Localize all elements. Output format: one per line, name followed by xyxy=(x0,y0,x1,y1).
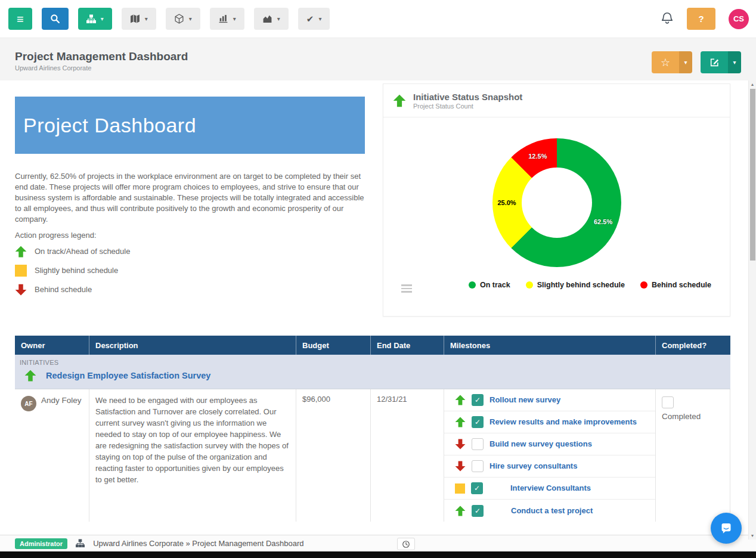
search-button[interactable] xyxy=(42,8,69,30)
initiatives-section-row: INITIATIVES Redesign Employee Satisfacti… xyxy=(15,355,730,389)
milestone-link[interactable]: Conduct a test project xyxy=(511,506,593,516)
milestone-link[interactable]: Build new survey questions xyxy=(489,439,592,449)
column-header-owner[interactable]: Owner xyxy=(15,336,89,355)
checkbox-checked[interactable]: ✓ xyxy=(471,482,483,494)
area-chart-button[interactable]: ▾ xyxy=(254,8,289,30)
column-header-budget[interactable]: Budget xyxy=(296,336,371,355)
cube-icon xyxy=(174,14,184,24)
slice-value-label: 12.5% xyxy=(528,153,547,160)
scroll-down-arrow[interactable]: ▼ xyxy=(749,534,756,538)
milestone-row: ✓Rollout new survey xyxy=(444,389,655,411)
chart-subtitle: Project Status Count xyxy=(413,103,522,110)
page-actions: ☆ ▾ ▾ xyxy=(652,51,741,73)
legend-item-label: On track/Ahead of schedule xyxy=(35,247,130,256)
dropdown-caret-icon: ▾ xyxy=(277,16,280,22)
initiative-link[interactable]: Redesign Employee Satisfaction Survey xyxy=(46,371,210,380)
yellow-square-icon xyxy=(15,265,27,277)
search-icon xyxy=(50,14,60,24)
legend-item-label: Behind schedule xyxy=(35,285,92,294)
column-header-end-date[interactable]: End Date xyxy=(371,336,444,355)
milestone-row: ✓Conduct a test project xyxy=(444,500,655,522)
chart-menu-icon[interactable] xyxy=(401,284,412,293)
legend-dot-icon xyxy=(526,281,533,289)
checkbox-checked[interactable]: ✓ xyxy=(472,394,484,406)
checkbox-unchecked[interactable] xyxy=(472,438,484,450)
table-row: AF Andy Foley We need to be engaged with… xyxy=(15,389,730,522)
chart-header: Initiative Status Snapshot Project Statu… xyxy=(383,84,730,117)
projects-table: OwnerDescriptionBudgetEnd DateMilestones… xyxy=(15,336,730,522)
map-button[interactable]: ▾ xyxy=(122,8,156,30)
checkbox-checked[interactable]: ✓ xyxy=(472,505,484,517)
star-icon[interactable]: ☆ xyxy=(652,51,679,73)
up-arrow-icon xyxy=(393,94,406,107)
breadcrumb: Upward Airlines Corporate » Project Mana… xyxy=(93,539,303,548)
check-button[interactable]: ✔▾ xyxy=(298,8,330,30)
column-header-milestones[interactable]: Milestones xyxy=(444,336,656,355)
edit-icon[interactable] xyxy=(701,51,728,73)
legend-dot-icon xyxy=(640,281,647,289)
help-button[interactable]: ? xyxy=(687,8,715,30)
chart-legend-label: Slightly behind schedule xyxy=(537,281,625,289)
vertical-scrollbar[interactable]: ▲ ▼ xyxy=(748,80,756,540)
yellow-square-icon xyxy=(455,483,465,494)
intro-paragraph: Currently, 62.50% of projects in the wor… xyxy=(15,171,368,225)
checkbox-unchecked[interactable] xyxy=(662,396,674,408)
up-arrow-icon xyxy=(455,395,466,405)
area-chart-icon xyxy=(262,14,272,24)
column-header-completed[interactable]: Completed? xyxy=(656,336,730,355)
chat-launcher[interactable] xyxy=(711,513,742,544)
up-arrow-icon xyxy=(24,370,36,382)
milestone-link[interactable]: Review results and make improvements xyxy=(489,417,637,427)
legend-item: On track/Ahead of schedule xyxy=(15,245,130,258)
milestone-link[interactable]: Interview Consultants xyxy=(510,483,591,493)
owner-name: Andy Foley xyxy=(41,395,82,406)
bottom-black-strip xyxy=(0,551,756,558)
milestone-link[interactable]: Hire survey consultants xyxy=(489,461,577,471)
notifications-bell-icon[interactable] xyxy=(661,11,674,27)
dropdown-caret-icon: ▾ xyxy=(233,16,236,22)
slice-value-label: 62.5% xyxy=(594,218,612,225)
completed-label: Completed xyxy=(662,412,724,421)
edit-split-button[interactable]: ▾ xyxy=(701,51,741,73)
legend-item: Behind schedule xyxy=(15,283,130,296)
banner-title: Project Dashboard xyxy=(23,114,196,137)
chart-legend-item[interactable]: Behind schedule xyxy=(640,281,711,289)
chart-legend-item[interactable]: On track xyxy=(469,281,510,289)
dropdown-caret-icon: ▾ xyxy=(101,16,104,22)
scrollbar-thumb[interactable] xyxy=(750,89,755,261)
favorite-split-button[interactable]: ☆ ▾ xyxy=(652,51,692,73)
bar-chart-icon xyxy=(218,14,228,24)
toolbar-button-group: ≡▾▾▾▾▾✔▾ xyxy=(0,8,330,30)
page-subtitle: Upward Airlines Corporate xyxy=(15,64,91,72)
milestone-link[interactable]: Rollout new survey xyxy=(489,395,560,405)
donut-chart[interactable]: 62.5%25.0%12.5% xyxy=(492,138,621,267)
slice-value-label: 25.0% xyxy=(497,199,516,206)
up-arrow-icon xyxy=(455,417,466,427)
checkbox-checked[interactable]: ✓ xyxy=(472,416,484,428)
cube-button[interactable]: ▾ xyxy=(166,8,200,30)
chart-legend-item[interactable]: Slightly behind schedule xyxy=(526,281,625,289)
bar-chart-button[interactable]: ▾ xyxy=(210,8,244,30)
sitemap-button[interactable]: ▾ xyxy=(78,8,112,30)
budget-cell: $96,000 xyxy=(296,389,371,522)
table-header-row: OwnerDescriptionBudgetEnd DateMilestones… xyxy=(15,336,730,355)
description-cell: We need to be engaged with our employees… xyxy=(89,389,296,522)
edit-dropdown-caret[interactable]: ▾ xyxy=(728,51,741,73)
menu-button[interactable]: ≡ xyxy=(8,8,32,30)
up-arrow-icon xyxy=(455,506,466,516)
map-icon xyxy=(130,14,140,24)
legend-item-label: Slightly behind schedule xyxy=(35,266,118,275)
sitemap-icon xyxy=(86,14,96,24)
owner-cell: AF Andy Foley xyxy=(15,389,89,522)
action-progress-legend: On track/Ahead of scheduleSlightly behin… xyxy=(15,245,130,296)
page-header: Project Management Dashboard Upward Airl… xyxy=(0,38,756,80)
project-dashboard-banner: Project Dashboard xyxy=(15,97,365,154)
favorite-dropdown-caret[interactable]: ▾ xyxy=(679,51,692,73)
completed-cell: Completed xyxy=(656,389,730,522)
history-clock-button[interactable] xyxy=(397,538,415,550)
column-header-description[interactable]: Description xyxy=(89,336,296,355)
checkbox-unchecked[interactable] xyxy=(472,460,484,472)
chart-legend-label: Behind schedule xyxy=(652,281,711,289)
scroll-up-arrow[interactable]: ▲ xyxy=(749,82,756,86)
user-avatar[interactable]: CS xyxy=(729,9,749,29)
